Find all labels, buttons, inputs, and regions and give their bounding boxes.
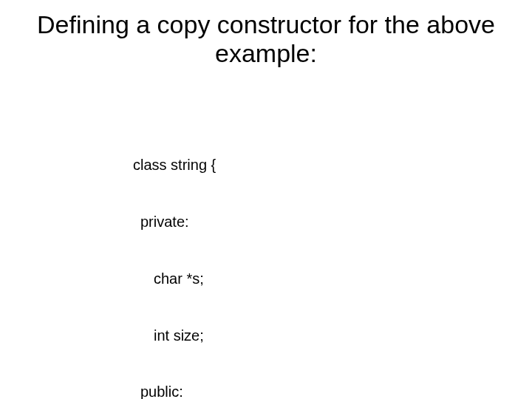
- code-line: char *s;: [133, 270, 414, 289]
- slide: Defining a copy constructor for the abov…: [0, 0, 532, 399]
- code-line: public:: [133, 383, 414, 399]
- code-line: class string {: [133, 156, 414, 175]
- code-block: class string { private: char *s; int siz…: [133, 118, 414, 399]
- code-line: private:: [133, 213, 414, 232]
- slide-title: Defining a copy constructor for the abov…: [0, 0, 532, 68]
- code-line: int size;: [133, 327, 414, 346]
